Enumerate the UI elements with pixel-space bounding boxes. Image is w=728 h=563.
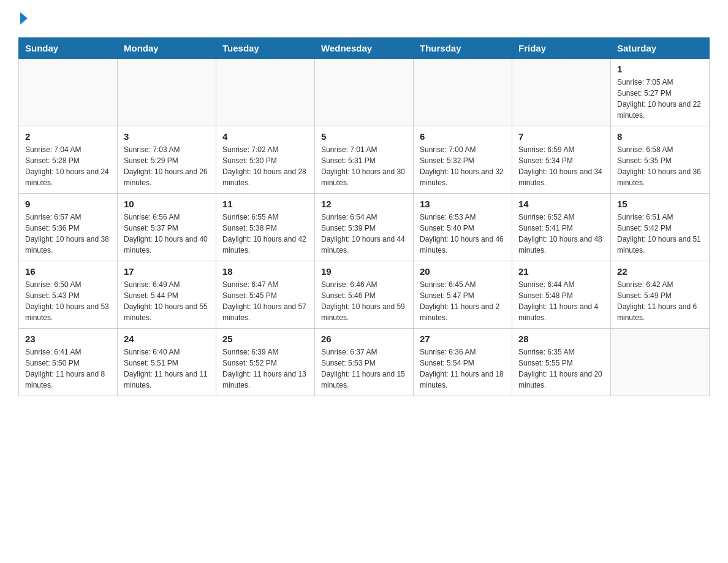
calendar-cell: 13Sunrise: 6:53 AMSunset: 5:40 PMDayligh…: [414, 194, 512, 261]
calendar-cell: 25Sunrise: 6:39 AMSunset: 5:52 PMDayligh…: [216, 329, 315, 396]
calendar-cell: 11Sunrise: 6:55 AMSunset: 5:38 PMDayligh…: [216, 194, 315, 261]
calendar-cell: 16Sunrise: 6:50 AMSunset: 5:43 PMDayligh…: [19, 261, 118, 329]
calendar-cell: [512, 59, 611, 126]
day-info: Sunrise: 7:02 AMSunset: 5:30 PMDaylight:…: [222, 144, 308, 188]
day-number: 16: [25, 266, 111, 277]
day-info: Sunrise: 6:46 AMSunset: 5:46 PMDaylight:…: [321, 279, 407, 323]
logo: [18, 12, 28, 25]
calendar-cell: [216, 59, 315, 126]
day-info: Sunrise: 6:57 AMSunset: 5:36 PMDaylight:…: [25, 212, 111, 256]
calendar-cell: [414, 59, 512, 126]
calendar-cell: 21Sunrise: 6:44 AMSunset: 5:48 PMDayligh…: [512, 261, 611, 329]
day-header-wednesday: Wednesday: [315, 38, 414, 59]
calendar-cell: 20Sunrise: 6:45 AMSunset: 5:47 PMDayligh…: [414, 261, 512, 329]
day-info: Sunrise: 6:59 AMSunset: 5:34 PMDaylight:…: [518, 144, 604, 188]
day-info: Sunrise: 6:36 AMSunset: 5:54 PMDaylight:…: [420, 347, 506, 391]
calendar-table: SundayMondayTuesdayWednesdayThursdayFrid…: [18, 37, 710, 396]
calendar-cell: 8Sunrise: 6:58 AMSunset: 5:35 PMDaylight…: [611, 126, 710, 194]
page-header: [18, 12, 710, 25]
day-number: 2: [25, 131, 111, 142]
day-number: 5: [321, 131, 407, 142]
day-number: 7: [518, 131, 604, 142]
day-number: 3: [124, 131, 210, 142]
day-info: Sunrise: 7:01 AMSunset: 5:31 PMDaylight:…: [321, 144, 407, 188]
day-number: 26: [321, 334, 407, 344]
day-info: Sunrise: 6:40 AMSunset: 5:51 PMDaylight:…: [124, 347, 210, 391]
day-info: Sunrise: 6:39 AMSunset: 5:52 PMDaylight:…: [222, 347, 308, 391]
day-number: 20: [420, 266, 506, 277]
day-number: 17: [124, 266, 210, 277]
calendar-cell: [315, 59, 414, 126]
calendar-cell: 22Sunrise: 6:42 AMSunset: 5:49 PMDayligh…: [611, 261, 710, 329]
logo-triangle-icon: [20, 12, 28, 25]
calendar-cell: 23Sunrise: 6:41 AMSunset: 5:50 PMDayligh…: [19, 329, 118, 396]
day-number: 12: [321, 199, 407, 209]
day-number: 10: [124, 199, 210, 209]
day-info: Sunrise: 7:04 AMSunset: 5:28 PMDaylight:…: [25, 144, 111, 188]
day-header-tuesday: Tuesday: [216, 38, 315, 59]
day-header-sunday: Sunday: [19, 38, 118, 59]
calendar-cell: 2Sunrise: 7:04 AMSunset: 5:28 PMDaylight…: [19, 126, 118, 194]
day-number: 14: [518, 199, 604, 209]
day-number: 24: [124, 334, 210, 344]
day-info: Sunrise: 6:42 AMSunset: 5:49 PMDaylight:…: [617, 279, 703, 323]
calendar-cell: [611, 329, 710, 396]
day-info: Sunrise: 6:47 AMSunset: 5:45 PMDaylight:…: [222, 279, 308, 323]
day-header-thursday: Thursday: [414, 38, 512, 59]
day-info: Sunrise: 6:55 AMSunset: 5:38 PMDaylight:…: [222, 212, 308, 256]
day-number: 13: [420, 199, 506, 209]
calendar-cell: 28Sunrise: 6:35 AMSunset: 5:55 PMDayligh…: [512, 329, 611, 396]
calendar-cell: [118, 59, 216, 126]
calendar-cell: 4Sunrise: 7:02 AMSunset: 5:30 PMDaylight…: [216, 126, 315, 194]
day-info: Sunrise: 6:51 AMSunset: 5:42 PMDaylight:…: [617, 212, 703, 256]
calendar-header-row: SundayMondayTuesdayWednesdayThursdayFrid…: [19, 38, 710, 59]
week-row-1: 1Sunrise: 7:05 AMSunset: 5:27 PMDaylight…: [19, 59, 710, 126]
week-row-2: 2Sunrise: 7:04 AMSunset: 5:28 PMDaylight…: [19, 126, 710, 194]
day-info: Sunrise: 6:56 AMSunset: 5:37 PMDaylight:…: [124, 212, 210, 256]
day-number: 25: [222, 334, 308, 344]
day-number: 9: [25, 199, 111, 209]
day-info: Sunrise: 6:54 AMSunset: 5:39 PMDaylight:…: [321, 212, 407, 256]
calendar-cell: 3Sunrise: 7:03 AMSunset: 5:29 PMDaylight…: [118, 126, 216, 194]
calendar-cell: 10Sunrise: 6:56 AMSunset: 5:37 PMDayligh…: [118, 194, 216, 261]
day-number: 1: [617, 64, 703, 74]
day-info: Sunrise: 6:41 AMSunset: 5:50 PMDaylight:…: [25, 347, 111, 391]
week-row-4: 16Sunrise: 6:50 AMSunset: 5:43 PMDayligh…: [19, 261, 710, 329]
day-info: Sunrise: 6:35 AMSunset: 5:55 PMDaylight:…: [518, 347, 604, 391]
calendar-cell: 5Sunrise: 7:01 AMSunset: 5:31 PMDaylight…: [315, 126, 414, 194]
calendar-cell: 1Sunrise: 7:05 AMSunset: 5:27 PMDaylight…: [611, 59, 710, 126]
calendar-cell: [19, 59, 118, 126]
day-info: Sunrise: 6:53 AMSunset: 5:40 PMDaylight:…: [420, 212, 506, 256]
day-info: Sunrise: 7:05 AMSunset: 5:27 PMDaylight:…: [617, 77, 703, 121]
week-row-5: 23Sunrise: 6:41 AMSunset: 5:50 PMDayligh…: [19, 329, 710, 396]
day-number: 28: [518, 334, 604, 344]
day-number: 23: [25, 334, 111, 344]
calendar-cell: 15Sunrise: 6:51 AMSunset: 5:42 PMDayligh…: [611, 194, 710, 261]
day-info: Sunrise: 7:03 AMSunset: 5:29 PMDaylight:…: [124, 144, 210, 188]
calendar-cell: 24Sunrise: 6:40 AMSunset: 5:51 PMDayligh…: [118, 329, 216, 396]
day-info: Sunrise: 7:00 AMSunset: 5:32 PMDaylight:…: [420, 144, 506, 188]
week-row-3: 9Sunrise: 6:57 AMSunset: 5:36 PMDaylight…: [19, 194, 710, 261]
day-header-monday: Monday: [118, 38, 216, 59]
day-header-friday: Friday: [512, 38, 611, 59]
day-info: Sunrise: 6:50 AMSunset: 5:43 PMDaylight:…: [25, 279, 111, 323]
day-number: 18: [222, 266, 308, 277]
calendar-cell: 9Sunrise: 6:57 AMSunset: 5:36 PMDaylight…: [19, 194, 118, 261]
day-number: 21: [518, 266, 604, 277]
calendar-cell: 17Sunrise: 6:49 AMSunset: 5:44 PMDayligh…: [118, 261, 216, 329]
calendar-cell: 12Sunrise: 6:54 AMSunset: 5:39 PMDayligh…: [315, 194, 414, 261]
day-info: Sunrise: 6:49 AMSunset: 5:44 PMDaylight:…: [124, 279, 210, 323]
day-number: 19: [321, 266, 407, 277]
day-number: 22: [617, 266, 703, 277]
day-number: 4: [222, 131, 308, 142]
calendar-cell: 19Sunrise: 6:46 AMSunset: 5:46 PMDayligh…: [315, 261, 414, 329]
day-info: Sunrise: 6:44 AMSunset: 5:48 PMDaylight:…: [518, 279, 604, 323]
day-info: Sunrise: 6:45 AMSunset: 5:47 PMDaylight:…: [420, 279, 506, 323]
calendar-cell: 14Sunrise: 6:52 AMSunset: 5:41 PMDayligh…: [512, 194, 611, 261]
calendar-cell: 6Sunrise: 7:00 AMSunset: 5:32 PMDaylight…: [414, 126, 512, 194]
calendar-cell: 27Sunrise: 6:36 AMSunset: 5:54 PMDayligh…: [414, 329, 512, 396]
day-info: Sunrise: 6:52 AMSunset: 5:41 PMDaylight:…: [518, 212, 604, 256]
calendar-cell: 7Sunrise: 6:59 AMSunset: 5:34 PMDaylight…: [512, 126, 611, 194]
day-number: 8: [617, 131, 703, 142]
calendar-cell: 26Sunrise: 6:37 AMSunset: 5:53 PMDayligh…: [315, 329, 414, 396]
